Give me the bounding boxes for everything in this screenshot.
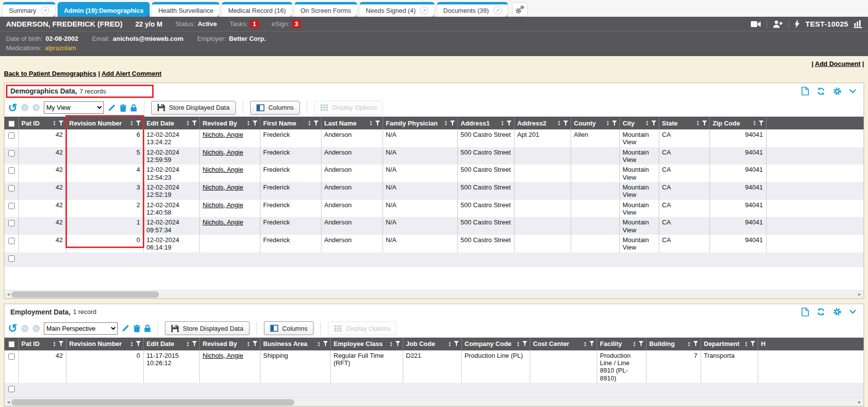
- sort-icon[interactable]: ▲▼: [688, 341, 691, 347]
- sort-icon[interactable]: ▲▼: [247, 120, 250, 126]
- gear-icon[interactable]: [833, 308, 841, 316]
- row-checkbox[interactable]: [8, 238, 15, 244]
- add-alert-comment-link[interactable]: Add Alert Comment: [101, 70, 161, 77]
- filter-icon[interactable]: [612, 121, 617, 126]
- column-header-employee-class[interactable]: Employee Class▲▼: [330, 338, 403, 350]
- column-header-cost-center[interactable]: Cost Center▲▼: [530, 338, 597, 350]
- chevron-down-icon[interactable]: [849, 89, 856, 94]
- column-header-building[interactable]: Building▲▼: [646, 338, 701, 350]
- scrollbar-thumb[interactable]: [11, 399, 294, 406]
- revised-by-link[interactable]: Nichols, Angie: [203, 184, 243, 191]
- row-checkbox[interactable]: [8, 167, 15, 174]
- delete-trash-icon[interactable]: [133, 324, 140, 332]
- filter-icon[interactable]: [192, 341, 197, 346]
- chevron-down-icon[interactable]: [849, 310, 856, 314]
- tab-needs-signed-4[interactable]: Needs Signed (4)↗: [359, 2, 435, 17]
- column-header-pat-id[interactable]: Pat ID▲▼: [18, 117, 66, 129]
- revised-by-link[interactable]: Nichols, Angie: [203, 131, 243, 138]
- filter-icon[interactable]: [59, 121, 64, 126]
- new-document-icon[interactable]: [802, 87, 809, 95]
- column-header-edit-date[interactable]: Edit Date▲▼: [143, 338, 199, 350]
- filter-icon[interactable]: [450, 121, 455, 126]
- gear-icon[interactable]: [833, 87, 841, 95]
- store-displayed-data-button[interactable]: Store Displayed Data: [165, 321, 250, 335]
- new-document-icon[interactable]: [802, 308, 809, 316]
- column-header-department[interactable]: Department▲▼: [701, 338, 758, 350]
- sort-icon[interactable]: ▲▼: [308, 120, 311, 126]
- column-header-h[interactable]: H: [758, 338, 864, 350]
- column-header-address2[interactable]: Address2▲▼: [514, 117, 571, 129]
- sort-icon[interactable]: ▲▼: [558, 120, 561, 126]
- filter-icon[interactable]: [589, 341, 594, 346]
- filter-icon[interactable]: [253, 121, 257, 126]
- row-checkbox[interactable]: [8, 203, 15, 209]
- undo-icon[interactable]: ↺: [8, 103, 17, 113]
- column-header-company-code[interactable]: Company Code▲▼: [461, 338, 530, 350]
- medications-value[interactable]: alprazolam: [45, 43, 76, 53]
- row-checkbox[interactable]: [8, 150, 15, 157]
- sort-icon[interactable]: ▲▼: [501, 120, 504, 126]
- select-all-checkbox[interactable]: [8, 341, 15, 347]
- history-back-icon[interactable]: ‹: [21, 104, 29, 111]
- row-checkbox[interactable]: [8, 220, 15, 226]
- row-checkbox[interactable]: [8, 353, 15, 360]
- revised-by-link[interactable]: Nichols, Angie: [203, 166, 243, 173]
- tab-admin-19-demographics[interactable]: Admin (19):Demographics: [58, 2, 150, 17]
- revised-by-link[interactable]: Nichols, Angie: [203, 352, 243, 359]
- sort-icon[interactable]: ▲▼: [449, 341, 451, 347]
- scroll-right-arrow[interactable]: ►: [856, 290, 864, 299]
- tab-on-screen-forms[interactable]: On Screen Forms: [294, 2, 358, 17]
- add-document-link[interactable]: Add Document: [815, 60, 860, 67]
- filter-icon[interactable]: [639, 341, 643, 346]
- edit-pencil-icon[interactable]: [108, 104, 116, 112]
- filter-icon[interactable]: [651, 121, 656, 126]
- column-header-address1[interactable]: Address1▲▼: [457, 117, 514, 129]
- filter-icon[interactable]: [323, 341, 328, 346]
- undo-icon[interactable]: ↺: [8, 323, 17, 333]
- sort-icon[interactable]: ▲▼: [607, 120, 610, 126]
- tab-health-surveillance[interactable]: Health Surveillance: [152, 2, 220, 17]
- column-header-last-name[interactable]: Last Name▲▼: [321, 117, 383, 129]
- column-header-edit-date[interactable]: Edit Date▲▼: [143, 117, 199, 129]
- row-checkbox[interactable]: [8, 185, 15, 191]
- filter-icon[interactable]: [253, 341, 257, 346]
- column-header-city[interactable]: City▲▼: [619, 117, 659, 129]
- filter-icon[interactable]: [136, 341, 141, 346]
- sort-icon[interactable]: ▲▼: [646, 120, 649, 126]
- back-to-demographics-link[interactable]: Back to Patient Demographics: [4, 70, 96, 77]
- store-displayed-data-button[interactable]: Store Displayed Data: [151, 101, 236, 115]
- bar-chart-icon[interactable]: [854, 20, 862, 28]
- tab-documents-39[interactable]: Documents (39)↗: [437, 2, 508, 17]
- lightning-icon[interactable]: [794, 20, 800, 28]
- lock-icon[interactable]: [144, 324, 151, 332]
- filter-icon[interactable]: [702, 121, 707, 126]
- column-header-family-physician[interactable]: Family Physician▲▼: [383, 117, 457, 129]
- filter-icon[interactable]: [395, 341, 400, 346]
- refresh-icon[interactable]: [817, 308, 825, 316]
- horizontal-scrollbar[interactable]: ◄ ►: [4, 290, 864, 298]
- filter-icon[interactable]: [192, 121, 197, 126]
- scrollbar-thumb[interactable]: [11, 291, 159, 298]
- filter-icon[interactable]: [454, 341, 459, 346]
- filter-icon[interactable]: [563, 121, 568, 126]
- filter-icon[interactable]: [693, 341, 698, 346]
- chart-settings-button[interactable]: [512, 2, 528, 16]
- sort-icon[interactable]: ▲▼: [517, 341, 520, 347]
- column-header-state[interactable]: State▲▼: [659, 117, 709, 129]
- column-header-job-code[interactable]: Job Code▲▼: [403, 338, 461, 350]
- tab-summary[interactable]: Summary↗: [2, 2, 56, 17]
- row-checkbox[interactable]: [8, 132, 15, 139]
- column-header-revision-number[interactable]: Revision Number▲▼: [66, 338, 143, 350]
- sort-icon[interactable]: ▲▼: [53, 120, 56, 126]
- sort-icon[interactable]: ▲▼: [745, 341, 748, 347]
- columns-button[interactable]: Columns: [264, 321, 314, 335]
- column-header-pat-id[interactable]: Pat ID▲▼: [18, 338, 66, 350]
- column-header-business-area[interactable]: Business Area▲▼: [260, 338, 330, 350]
- column-header-county[interactable]: County▲▼: [571, 117, 619, 129]
- tasks-badge[interactable]: 1: [250, 20, 258, 28]
- popout-icon[interactable]: ↗: [420, 6, 428, 15]
- column-header-revised-by[interactable]: Revised By▲▼: [199, 338, 260, 350]
- sort-icon[interactable]: ▲▼: [318, 341, 321, 347]
- filter-icon[interactable]: [507, 121, 512, 126]
- view-select[interactable]: My View: [44, 101, 104, 114]
